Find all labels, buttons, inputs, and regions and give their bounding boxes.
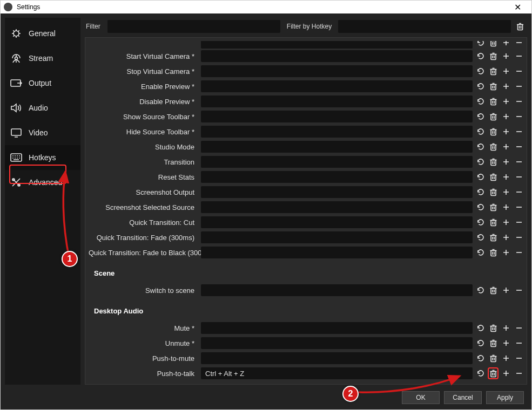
- trash-icon[interactable]: [488, 171, 499, 183]
- trash-icon[interactable]: [488, 126, 499, 138]
- undo-icon[interactable]: [475, 337, 486, 349]
- undo-icon[interactable]: [475, 247, 486, 258]
- hotkey-input[interactable]: [201, 247, 473, 258]
- trash-icon[interactable]: [488, 50, 499, 62]
- plus-icon[interactable]: [501, 216, 511, 228]
- hotkey-input[interactable]: [201, 50, 473, 62]
- trash-icon[interactable]: [488, 231, 499, 243]
- plus-icon[interactable]: [501, 322, 511, 334]
- filter-input[interactable]: [107, 20, 280, 33]
- plus-icon[interactable]: [501, 201, 511, 213]
- undo-icon[interactable]: [475, 284, 486, 296]
- minus-icon[interactable]: [514, 95, 524, 107]
- minus-icon[interactable]: [514, 216, 524, 228]
- sidebar-item-stream[interactable]: Stream: [5, 46, 80, 71]
- sidebar-item-video[interactable]: Video: [5, 120, 80, 145]
- plus-icon[interactable]: [501, 337, 511, 349]
- minus-icon[interactable]: [514, 171, 524, 183]
- undo-icon[interactable]: [475, 65, 486, 77]
- minus-icon[interactable]: [514, 65, 524, 77]
- trash-icon[interactable]: [488, 65, 499, 77]
- hotkey-input[interactable]: [201, 80, 473, 92]
- hotkey-input[interactable]: [201, 231, 473, 243]
- hotkey-input[interactable]: [201, 186, 473, 198]
- cancel-button[interactable]: Cancel: [444, 391, 482, 404]
- hotkey-input[interactable]: [201, 337, 473, 349]
- plus-icon[interactable]: [501, 111, 511, 122]
- trash-icon[interactable]: [488, 80, 499, 92]
- hotkey-input[interactable]: [201, 111, 473, 122]
- plus-icon[interactable]: [501, 367, 511, 379]
- minus-icon[interactable]: [514, 50, 524, 62]
- ok-button[interactable]: OK: [402, 391, 440, 404]
- undo-icon[interactable]: [475, 95, 486, 107]
- plus-icon[interactable]: [501, 156, 511, 168]
- hotkey-input[interactable]: [201, 65, 473, 77]
- trash-icon[interactable]: [488, 201, 499, 213]
- minus-icon[interactable]: [514, 141, 524, 153]
- minus-icon[interactable]: [514, 41, 524, 49]
- undo-icon[interactable]: [475, 156, 486, 168]
- plus-icon[interactable]: [501, 80, 511, 92]
- sidebar-item-advanced[interactable]: Advanced: [5, 170, 80, 195]
- undo-icon[interactable]: [475, 41, 486, 49]
- undo-icon[interactable]: [475, 231, 486, 243]
- minus-icon[interactable]: [514, 126, 524, 138]
- hotkey-input[interactable]: [201, 156, 473, 168]
- hotkey-input[interactable]: [201, 201, 473, 213]
- trash-icon[interactable]: [488, 186, 499, 198]
- hotkey-input[interactable]: [201, 95, 473, 107]
- plus-icon[interactable]: [501, 186, 511, 198]
- plus-icon[interactable]: [501, 95, 511, 107]
- trash-icon[interactable]: [488, 141, 499, 153]
- undo-icon[interactable]: [475, 111, 486, 122]
- plus-icon[interactable]: [501, 50, 511, 62]
- plus-icon[interactable]: [501, 247, 511, 258]
- plus-icon[interactable]: [501, 284, 511, 296]
- sidebar-item-output[interactable]: Output: [5, 71, 80, 95]
- minus-icon[interactable]: [514, 80, 524, 92]
- minus-icon[interactable]: [514, 156, 524, 168]
- hotkey-input[interactable]: [201, 141, 473, 153]
- minus-icon[interactable]: [514, 111, 524, 122]
- undo-icon[interactable]: [475, 367, 486, 379]
- plus-icon[interactable]: [501, 126, 511, 138]
- undo-icon[interactable]: [475, 80, 486, 92]
- close-icon[interactable]: ✕: [507, 2, 528, 12]
- trash-icon[interactable]: [488, 95, 499, 107]
- sidebar-item-hotkeys[interactable]: Hotkeys: [5, 145, 80, 170]
- plus-icon[interactable]: [501, 231, 511, 243]
- minus-icon[interactable]: [514, 247, 524, 258]
- apply-button[interactable]: Apply: [486, 391, 524, 404]
- trash-icon[interactable]: [488, 111, 499, 122]
- trash-icon[interactable]: [488, 352, 499, 364]
- hotkey-input[interactable]: [201, 367, 473, 379]
- hotkey-list[interactable]: Start Virtual Camera * Stop Virtual Came…: [85, 38, 527, 384]
- minus-icon[interactable]: [514, 186, 524, 198]
- undo-icon[interactable]: [475, 141, 486, 153]
- minus-icon[interactable]: [514, 352, 524, 364]
- undo-icon[interactable]: [475, 186, 486, 198]
- plus-icon[interactable]: [501, 171, 511, 183]
- undo-icon[interactable]: [475, 171, 486, 183]
- undo-icon[interactable]: [475, 322, 486, 334]
- plus-icon[interactable]: [501, 41, 511, 49]
- hotkey-input[interactable]: [201, 322, 473, 334]
- hotkey-input[interactable]: [201, 126, 473, 138]
- hotkey-input[interactable]: [201, 284, 473, 296]
- plus-icon[interactable]: [501, 65, 511, 77]
- trash-icon[interactable]: [488, 284, 499, 296]
- minus-icon[interactable]: [514, 201, 524, 213]
- trash-icon[interactable]: [488, 156, 499, 168]
- hotkey-input[interactable]: [201, 41, 473, 49]
- undo-icon[interactable]: [475, 201, 486, 213]
- trash-icon[interactable]: [488, 216, 499, 228]
- hotkey-input[interactable]: [201, 216, 473, 228]
- hotkey-input[interactable]: [201, 352, 473, 364]
- trash-icon[interactable]: [488, 322, 499, 334]
- minus-icon[interactable]: [514, 284, 524, 296]
- minus-icon[interactable]: [514, 337, 524, 349]
- minus-icon[interactable]: [514, 367, 524, 379]
- undo-icon[interactable]: [475, 50, 486, 62]
- minus-icon[interactable]: [514, 322, 524, 334]
